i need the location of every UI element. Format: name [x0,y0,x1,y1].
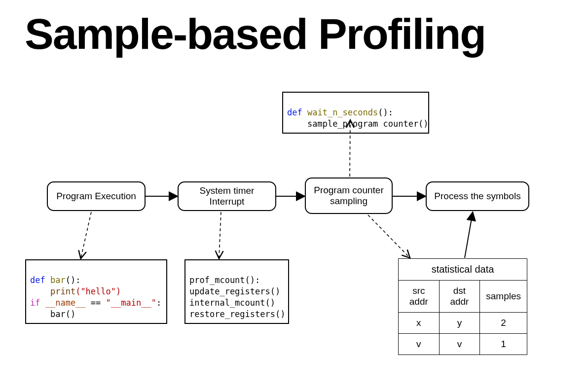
cell: v [439,334,480,355]
fn-name: bar [50,275,66,285]
code-line: update_registers() [189,286,280,296]
code-line: restore_registers() [189,309,285,319]
table-title: statistical data [399,259,527,281]
eq: == [86,298,106,308]
node-label: Program Execution [56,191,136,202]
code-line: internal_mcount() [189,298,275,308]
kw-def: def [287,107,302,117]
fn-name: wait_n_seconds [307,107,378,117]
cell: v [399,334,440,355]
str-main: "__main__" [106,298,156,308]
cell: y [439,313,480,334]
col-header: samples [480,281,527,313]
table-statistical-data: statistical data src addr dst addr sampl… [398,258,527,355]
arrow-table-to-process [465,213,473,258]
cell: 1 [480,334,527,355]
node-pc-sampling: Program counter sampling [305,177,393,214]
col-header: dst addr [439,281,480,313]
arrow-exec-to-code [81,212,91,258]
code-prof-mcount: prof_mcount(): update_registers() intern… [184,259,289,324]
dunder-name: __name__ [45,298,86,308]
arrow-sampling-to-table [368,215,409,257]
table-row: v v 1 [399,334,527,355]
table-row: x y 2 [399,313,527,334]
cell: x [399,313,440,334]
builtin-print: print [50,286,75,296]
node-label: Program counter sampling [314,185,384,207]
indent [30,309,50,319]
cell: 2 [480,313,527,334]
slide-title: Sample-based Profiling [25,9,485,59]
code-wait-n-seconds: def wait_n_seconds(): sample_program cou… [282,92,429,134]
arrow-timer-to-code [219,212,221,258]
kw-if: if [30,298,40,308]
str-arg: ("hello") [75,286,121,296]
code-line: sample_program counter() [307,119,429,129]
indent [287,119,307,129]
node-process-symbols: Process the symbols [426,181,529,211]
bar-call: bar() [50,309,75,319]
node-program-execution: Program Execution [47,181,146,211]
indent [30,286,50,296]
node-label: System timer Interrupt [183,185,271,207]
node-label: Process the symbols [434,191,520,202]
col-header: src addr [399,281,440,313]
node-system-timer: System timer Interrupt [178,181,276,211]
code-line: prof_mcount(): [189,275,260,285]
colon: : [156,298,161,308]
kw-def: def [30,275,45,285]
code-bar: def bar(): print("hello") if __name__ ==… [25,259,167,324]
